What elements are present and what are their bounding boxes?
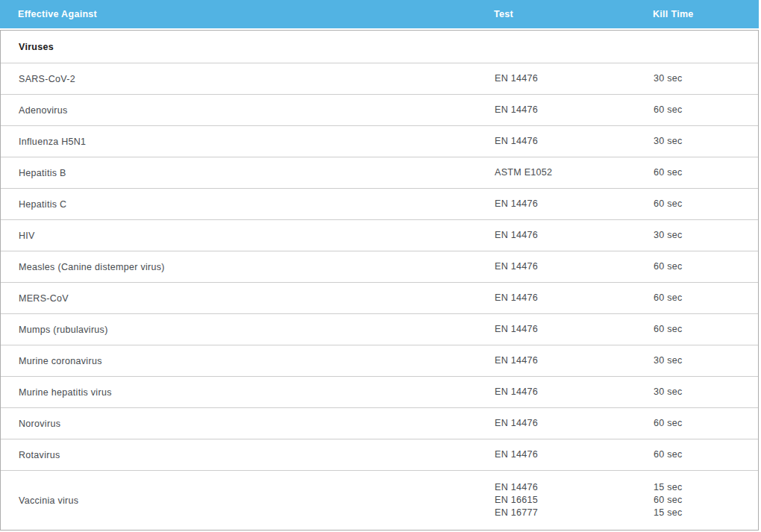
row-kill-time: 60 sec: [654, 417, 758, 430]
table-row: Vaccinia virus EN 14476 EN 16615 EN 1677…: [1, 471, 758, 530]
kill-time-line: 60 sec: [654, 292, 758, 304]
kill-time-line: 15 sec: [654, 481, 758, 494]
table-row: Adenovirus EN 14476 60 sec: [1, 95, 758, 126]
table-row: Murine hepatitis virus EN 14476 30 sec: [1, 377, 758, 408]
table-row: Norovirus EN 14476 60 sec: [1, 408, 758, 439]
table-body: Viruses SARS-CoV-2 EN 14476 30 sec Adeno…: [0, 30, 759, 531]
test-line: EN 14476: [495, 417, 654, 430]
kill-time-line: 15 sec: [654, 507, 758, 519]
kill-time-line: 30 sec: [654, 354, 758, 367]
kill-time-line: 60 sec: [654, 260, 758, 273]
kill-time-line: 60 sec: [654, 323, 758, 336]
table-row: MERS-CoV EN 14476 60 sec: [1, 283, 758, 314]
effectiveness-table: Effective Against Test Kill Time Viruses…: [0, 0, 759, 531]
table-row: Hepatitis B ASTM E1052 60 sec: [1, 157, 758, 189]
section-header-row: Viruses: [1, 31, 758, 63]
row-test: EN 14476: [495, 292, 654, 304]
row-test: EN 14476: [495, 135, 654, 148]
row-kill-time: 30 sec: [654, 135, 758, 148]
table-row: Rotavirus EN 14476 60 sec: [1, 439, 758, 471]
table-row: Murine coronavirus EN 14476 30 sec: [1, 345, 758, 377]
test-line: EN 14476: [495, 198, 654, 210]
section-title: Viruses: [1, 42, 495, 52]
kill-time-line: 60 sec: [654, 198, 758, 210]
kill-time-line: 30 sec: [654, 229, 758, 242]
row-test: EN 14476: [495, 72, 654, 85]
row-name: Adenovirus: [1, 105, 495, 116]
kill-time-line: 30 sec: [654, 386, 758, 398]
test-line: EN 14476: [495, 72, 654, 85]
header-effective-against: Effective Against: [0, 9, 494, 19]
row-kill-time: 60 sec: [654, 260, 758, 273]
test-line: EN 14476: [495, 104, 654, 116]
kill-time-line: 60 sec: [654, 494, 758, 507]
table-header-row: Effective Against Test Kill Time: [0, 0, 759, 28]
row-test: EN 14476: [495, 417, 654, 430]
row-name: MERS-CoV: [1, 293, 495, 304]
test-line: EN 14476: [495, 260, 654, 273]
row-name: Rotavirus: [1, 450, 495, 460]
row-test: EN 14476: [495, 260, 654, 273]
table-row: Measles (Canine distemper virus) EN 1447…: [1, 251, 758, 283]
row-kill-time: 60 sec: [654, 292, 758, 304]
header-kill-time: Kill Time: [653, 9, 759, 19]
page: Effective Against Test Kill Time Viruses…: [0, 0, 761, 532]
row-test: EN 14476: [495, 323, 654, 336]
row-kill-time: 15 sec 60 sec 15 sec: [654, 481, 758, 519]
row-kill-time: 60 sec: [654, 104, 758, 116]
row-test: EN 14476: [495, 229, 654, 242]
row-test: EN 14476: [495, 104, 654, 116]
test-line: EN 14476: [495, 386, 654, 398]
row-name: Murine coronavirus: [1, 356, 495, 366]
row-test: EN 14476: [495, 448, 654, 461]
kill-time-line: 30 sec: [654, 72, 758, 85]
table-row: HIV EN 14476 30 sec: [1, 220, 758, 251]
row-name: Influenza H5N1: [1, 137, 495, 147]
row-kill-time: 60 sec: [654, 323, 758, 336]
row-test: EN 14476 EN 16615 EN 16777: [495, 481, 654, 519]
row-test: ASTM E1052: [495, 166, 654, 179]
test-line: EN 14476: [495, 292, 654, 304]
row-kill-time: 30 sec: [654, 229, 758, 242]
row-name: Hepatitis C: [1, 199, 495, 210]
row-test: EN 14476: [495, 198, 654, 210]
row-name: Measles (Canine distemper virus): [1, 262, 495, 272]
table-row: Influenza H5N1 EN 14476 30 sec: [1, 126, 758, 157]
row-name: Norovirus: [1, 419, 495, 429]
test-line: EN 14476: [495, 481, 654, 494]
row-name: Murine hepatitis virus: [1, 387, 495, 398]
test-line: EN 14476: [495, 354, 654, 367]
test-line: EN 16777: [495, 507, 654, 519]
header-test: Test: [494, 9, 653, 19]
row-name: Vaccinia virus: [1, 495, 495, 506]
table-row: Mumps (rubulavirus) EN 14476 60 sec: [1, 314, 758, 345]
test-line: EN 14476: [495, 323, 654, 336]
kill-time-line: 60 sec: [654, 417, 758, 430]
row-kill-time: 60 sec: [654, 198, 758, 210]
kill-time-line: 60 sec: [654, 448, 758, 461]
kill-time-line: 60 sec: [654, 166, 758, 179]
row-test: EN 14476: [495, 354, 654, 367]
table-row: SARS-CoV-2 EN 14476 30 sec: [1, 63, 758, 95]
row-kill-time: 60 sec: [654, 166, 758, 179]
test-line: EN 14476: [495, 135, 654, 148]
test-line: ASTM E1052: [495, 166, 654, 179]
row-kill-time: 60 sec: [654, 448, 758, 461]
row-test: EN 14476: [495, 386, 654, 398]
row-name: Hepatitis B: [1, 168, 495, 178]
kill-time-line: 60 sec: [654, 104, 758, 116]
table-row: Hepatitis C EN 14476 60 sec: [1, 189, 758, 220]
test-line: EN 14476: [495, 448, 654, 461]
test-line: EN 16615: [495, 494, 654, 507]
row-kill-time: 30 sec: [654, 72, 758, 85]
row-kill-time: 30 sec: [654, 386, 758, 398]
kill-time-line: 30 sec: [654, 135, 758, 148]
test-line: EN 14476: [495, 229, 654, 242]
row-name: Mumps (rubulavirus): [1, 325, 495, 335]
row-name: HIV: [1, 231, 495, 241]
row-name: SARS-CoV-2: [1, 74, 495, 84]
row-kill-time: 30 sec: [654, 354, 758, 367]
